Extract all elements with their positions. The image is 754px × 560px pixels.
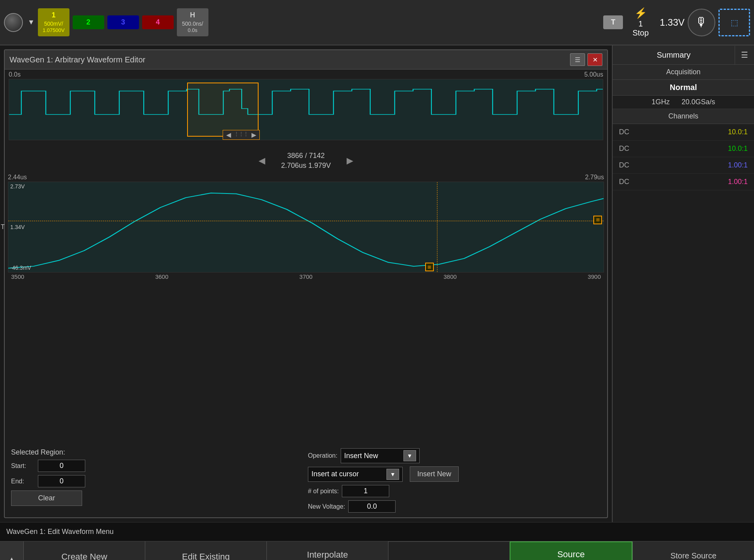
marker-grid-icon: ⊞ [594,216,601,224]
mic-icon: 🎙 [695,15,708,30]
detail-nav-line2: 2.706us 1.979V [281,161,331,171]
summary-tab[interactable]: Summary [613,46,735,64]
trigger-label: T [611,18,615,27]
close-icon: ✕ [593,56,598,64]
panel-title: WaveGen 1: Arbitrary Waveform Editor [9,55,145,64]
insert-position-arrow[interactable]: ▼ [386,469,399,480]
interpolate-label: Interpolate [307,550,348,560]
edit-existing-button[interactable]: Edit Existing [145,541,267,560]
panel-header-buttons: ☰ ✕ [570,53,602,66]
ch1-ratio: 10.0:1 [728,128,748,136]
ch4-label: 4 [156,18,160,27]
overview-time-end: 5.00us [584,71,603,78]
ch1-coupling: DC [619,128,629,136]
right-controls: Operation: Insert New ▼ Insert at cursor… [308,448,601,513]
channels-header: Channels [613,109,754,124]
create-new-label: Create New [61,552,107,560]
stop-label[interactable]: Stop [632,28,649,38]
detail-nav: ◀ 3866 / 7142 2.706us 1.979V ▶ [5,148,607,173]
ch3-label: 3 [121,18,125,27]
selection-button[interactable]: ⬚ [718,9,750,36]
ch1-button[interactable]: 1 500mV/ 1.07500V [38,8,69,36]
detail-bottom-marker[interactable]: ⊞ [425,263,434,271]
summary-header: Summary ☰ [613,45,754,65]
controls-section: Selected Region: Start: End: Clear Opera… [5,443,607,517]
ch-knob-arrow[interactable]: ▼ [28,18,35,26]
insert-new-button[interactable]: Insert New [410,466,459,482]
operation-label: Operation: [308,452,338,459]
interpolate-button[interactable]: Interpolate [267,541,388,560]
detail-x-labels: 3500 3600 3700 3800 3900 [8,272,604,281]
acquisition-header: Acquisition [613,65,754,80]
left-controls: Selected Region: Start: End: Clear [11,448,304,513]
source-button[interactable]: Source 1 [510,541,632,560]
up-arrow-button[interactable]: ▲ [0,541,24,560]
summary-list-icon[interactable]: ☰ [735,45,754,64]
x-label-2: 3700 [299,273,312,280]
detail-right-marker[interactable]: ⊞ [593,216,602,224]
trigger-icon: ⚡ [634,7,647,19]
channel-row-1: DC 10.0:1 [613,124,754,141]
clear-button[interactable]: Clear [11,490,82,506]
detail-canvas-container: T ⊞ [8,182,604,272]
end-input[interactable] [38,475,85,487]
panel-close-button[interactable]: ✕ [587,53,602,66]
waveform-panel: WaveGen 1: Arbitrary Waveform Editor ☰ ✕… [4,49,608,518]
right-panel: Summary ☰ Acquisition Normal 1GHz 20.0GS… [612,45,754,522]
h-label: H [190,11,195,20]
ch4-button[interactable]: 4 [142,15,174,29]
acquisition-mode: Normal [613,80,754,96]
acquisition-info: 1GHz 20.0GSa/s [613,96,754,109]
store-source-button[interactable]: Store Source to Arb [632,541,754,560]
start-row: Start: [11,460,304,472]
operation-value: Insert New [344,452,378,460]
t-marker: T [1,224,5,231]
create-new-button[interactable]: Create New [24,541,145,560]
insert-position-value: Insert at cursor [311,470,359,478]
channel-row-2: DC 10.0:1 [613,141,754,157]
overview-section: 0.0s 5.00us ◀ ⋮⋮⋮ ▶ [5,70,607,148]
overview-canvas[interactable]: ◀ ⋮⋮⋮ ▶ [9,79,603,140]
detail-nav-left[interactable]: ◀ [259,156,265,166]
panel-menu-button[interactable]: ☰ [570,53,585,66]
voltage-input[interactable] [348,500,396,513]
ch-knob[interactable] [4,13,23,32]
status-bar: WaveGen 1: Edit Waveform Menu [0,522,754,541]
operation-dropdown-arrow[interactable]: ▼ [403,450,416,461]
h-bottom: 0.0s [188,27,198,34]
selection-icon: ⬚ [731,18,738,27]
detail-nav-right[interactable]: ▶ [347,156,353,166]
trigger-num: 1 [638,19,643,28]
insert-position-dropdown[interactable]: Insert at cursor ▼ [308,467,403,482]
overview-time-start: 0.0s [9,71,21,78]
overview-selection-box[interactable] [187,83,258,137]
h-top: 500.0ns/ [182,20,203,27]
start-label: Start: [11,462,35,470]
end-row: End: [11,475,304,487]
panel-header: WaveGen 1: Arbitrary Waveform Editor ☰ ✕ [5,50,607,70]
acq-sps: 20.0GSa/s [681,98,715,106]
overview-nav-right[interactable]: ▶ [251,131,256,139]
ch2-coupling: DC [619,145,629,153]
overview-time-labels: 0.0s 5.00us [9,71,603,78]
x-label-4: 3900 [588,273,601,280]
overview-nav-left[interactable]: ◀ [226,131,231,139]
up-arrow-icon: ▲ [6,554,17,560]
detail-canvas[interactable]: ⊞ ⊞ [8,182,604,272]
source-label: Source [557,549,585,560]
ch1-top: 500mV/ [44,20,63,27]
overview-nav-dots: ⋮⋮⋮ [234,131,248,139]
mic-button[interactable]: 🎙 [688,9,715,36]
store-label: Store Source to Arb [670,551,716,560]
start-input[interactable] [38,460,85,472]
operation-dropdown[interactable]: Insert New ▼ [341,448,420,463]
insert-position-row: Insert at cursor ▼ Insert New [308,466,601,482]
points-row: # of points: [308,485,601,497]
end-label: End: [11,478,35,485]
points-input[interactable] [342,485,389,497]
ch3-button[interactable]: 3 [107,15,139,29]
h-button[interactable]: H 500.0ns/ 0.0s [177,8,208,36]
detail-nav-line1: 3866 / 7142 [281,151,331,161]
trigger-button[interactable]: T [603,15,623,29]
ch2-button[interactable]: 2 [73,15,104,29]
